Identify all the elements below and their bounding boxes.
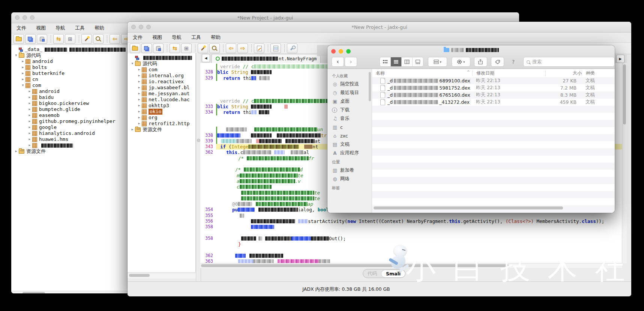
zoom-button[interactable] (146, 25, 151, 29)
expander-collapsed-icon[interactable]: ▶ (27, 130, 32, 136)
save-all-button[interactable] (141, 43, 152, 53)
menu-item-1[interactable]: 视图 (36, 25, 46, 31)
expander-collapsed-icon[interactable]: ▶ (27, 124, 32, 130)
forward-button[interactable]: › (345, 57, 357, 67)
search-field[interactable]: 搜索 (523, 57, 615, 67)
wand-button[interactable] (198, 43, 208, 53)
expander-collapsed-icon[interactable]: ▶ (27, 136, 32, 142)
minimize-button[interactable] (23, 15, 27, 20)
back-button[interactable]: ‹ (332, 57, 344, 67)
tag-button[interactable] (491, 57, 504, 67)
tree-item-okio[interactable]: ▶okio (128, 109, 195, 115)
tab-scroll-right-button[interactable]: ▶ (616, 55, 624, 63)
sidebar-item-桌面[interactable]: ▣桌面 (327, 97, 372, 106)
rename-button[interactable] (254, 43, 264, 53)
expander-collapsed-icon[interactable]: ▶ (27, 142, 32, 148)
menu-item-3[interactable]: 工具 (75, 25, 85, 31)
expander-collapsed-icon[interactable]: ▶ (27, 94, 32, 100)
tree-item-net-lucode-hac[interactable]: ▶net.lucode.hac (128, 97, 195, 103)
expander-collapsed-icon[interactable]: ▶ (137, 115, 142, 121)
sidebar-item-c[interactable]: ▥c (327, 123, 372, 132)
tree-item-io-reactivex[interactable]: ▶io.reactivex (128, 79, 195, 85)
gallery-view-button[interactable] (413, 57, 423, 66)
sidebar-item-zxc[interactable]: ⌂zxc (327, 132, 372, 140)
expander-collapsed-icon[interactable]: ▶ (20, 58, 26, 64)
splitter-knob[interactable] (197, 139, 200, 142)
column-header-1[interactable]: 修改日期 (473, 70, 545, 76)
menu-item-2[interactable]: 导航 (56, 25, 65, 31)
expander-collapsed-icon[interactable]: ▶ (137, 79, 142, 85)
expander-collapsed-icon[interactable]: ▶ (27, 106, 32, 112)
scrollbar-thumb[interactable] (129, 274, 150, 277)
editor-vertical-scrollbar[interactable] (622, 63, 627, 263)
tab-nearbyfragment[interactable]: nt.NearbyFragm (212, 54, 321, 63)
menu-item-4[interactable]: 帮助 (95, 25, 104, 31)
tree-item-源代码[interactable]: ▼源代码 (128, 61, 195, 67)
back-button[interactable]: ⇦ (110, 34, 120, 44)
titlebar[interactable]: *New Project - jadx-gui (128, 22, 631, 33)
search-button[interactable] (93, 34, 104, 44)
expander-collapsed-icon[interactable]: ▶ (130, 127, 135, 133)
expander-expanded-icon[interactable]: ▼ (20, 82, 26, 88)
action-button[interactable]: ▾ (452, 57, 470, 67)
expander-collapsed-icon[interactable]: ▶ (27, 112, 32, 118)
expander-collapsed-icon[interactable]: ▶ (27, 88, 32, 94)
zoom-button[interactable] (30, 15, 35, 20)
search-button[interactable] (209, 43, 220, 53)
column-view-button[interactable] (402, 57, 413, 66)
file-row-2[interactable]: _d6765160.dex昨天 22:138.3 MB文稿 (372, 91, 615, 99)
finder-horizontal-scrollbar[interactable] (374, 206, 612, 209)
menu-item-3[interactable]: 工具 (191, 34, 201, 41)
tree-item-资源文件[interactable]: ▶资源文件 (128, 127, 195, 133)
group-button[interactable]: ▾ (428, 57, 447, 67)
expander-collapsed-icon[interactable]: ▶ (137, 97, 142, 103)
expander-collapsed-icon[interactable]: ▶ (137, 91, 142, 97)
open-folder-button[interactable] (14, 34, 24, 44)
sidebar-item-网络[interactable]: ◍网络 (327, 175, 372, 183)
expander-collapsed-icon[interactable]: ▶ (20, 70, 26, 76)
scrollbar-thumb[interactable] (23, 292, 45, 293)
finder-titlebar[interactable]: ‹ › (327, 45, 615, 69)
sidebar-item-音乐[interactable]: ♫音乐 (327, 114, 372, 123)
code-view-button[interactable]: 代码 (363, 270, 381, 278)
close-button[interactable] (131, 25, 136, 29)
tree-item-org[interactable]: ▶org (128, 115, 195, 121)
expander-collapsed-icon[interactable]: ▶ (137, 73, 142, 79)
tree-item-me-jessyan-aut[interactable]: ▶me.jessyan.aut (128, 91, 195, 97)
close-button[interactable] (15, 15, 20, 20)
sidebar-item-最近项目[interactable]: ◷最近项目 (327, 88, 372, 97)
column-header-0[interactable]: 名称 ^ (372, 70, 472, 76)
share-button[interactable] (474, 57, 487, 67)
tree-item-okhttp3[interactable]: ▶okhttp3 (128, 103, 195, 109)
column-header-2[interactable]: 大小 (546, 70, 582, 76)
sync-button[interactable]: ⇆ (170, 43, 180, 53)
scrollbar-thumb[interactable] (374, 206, 563, 209)
menu-item-2[interactable]: 导航 (172, 34, 182, 41)
file-row-0[interactable]: _d6899100.dex昨天 22:1327 KB文稿 (372, 77, 615, 84)
open-folder-button[interactable] (130, 43, 140, 53)
menu-item-1[interactable]: 视图 (152, 34, 162, 41)
save-button[interactable] (153, 43, 164, 53)
tree-item-jp-wasabeef-bl[interactable]: ▶jp.wasabeef.bl (128, 85, 195, 91)
list-view-button[interactable] (391, 57, 402, 66)
scrollbar-thumb[interactable] (623, 64, 626, 124)
menu-item-0[interactable]: 文件 (17, 25, 26, 31)
finder-window[interactable]: ‹ › (327, 45, 615, 213)
file-row-1[interactable]: _d5981752.dex昨天 22:137.2 MB文稿 (372, 84, 615, 91)
back-button[interactable]: ⇦ (226, 43, 236, 53)
tree-item-internal-org[interactable]: ▶internal.org (128, 73, 195, 79)
log-button[interactable] (270, 43, 281, 53)
sync-button[interactable]: ⇆ (53, 34, 64, 44)
column-header-3[interactable]: 种类 (582, 70, 615, 76)
sidebar-item-新加卷[interactable]: ▥新加卷 (327, 166, 372, 175)
expander-collapsed-icon[interactable]: ▶ (20, 64, 26, 70)
help-button[interactable]: ? (509, 58, 517, 66)
tree-item-redacted[interactable] (128, 55, 195, 61)
sidebar-item-隔空投送[interactable]: ◎隔空投送 (327, 80, 372, 88)
minimize-button[interactable] (139, 25, 143, 29)
sidebar-item-下载[interactable]: ↓下载 (327, 106, 372, 114)
expander-collapsed-icon[interactable]: ▶ (27, 100, 32, 106)
wand-button[interactable] (81, 34, 92, 44)
expander-collapsed-icon[interactable]: ▶ (20, 76, 26, 82)
save-button[interactable] (37, 34, 47, 44)
